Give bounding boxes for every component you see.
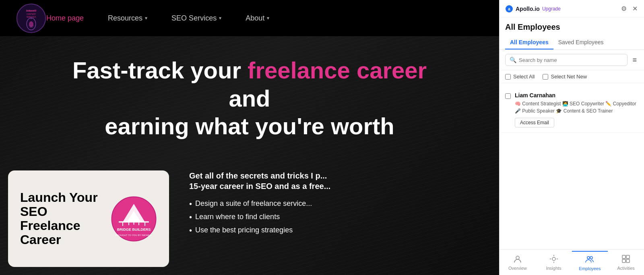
about-arrow-icon: ▾ bbox=[267, 15, 269, 21]
activities-icon bbox=[621, 254, 630, 265]
launch-card-text: Launch Your SEO Freelance Career bbox=[20, 191, 111, 247]
nav-resources[interactable]: Resources ▾ bbox=[108, 14, 147, 23]
svg-point-23 bbox=[552, 257, 555, 261]
nav-home[interactable]: Home page bbox=[46, 14, 84, 23]
svg-point-28 bbox=[587, 257, 590, 259]
svg-point-29 bbox=[590, 257, 592, 259]
hero-subtitle: Get all of the secrets and tricks I p...… bbox=[189, 170, 487, 191]
settings-button[interactable]: ⚙ bbox=[620, 4, 627, 13]
apollo-header-icons: ⚙ ✕ bbox=[620, 4, 638, 13]
employee-checkbox[interactable] bbox=[505, 93, 511, 99]
apollo-panel-header: a Apollo.io Upgrade ⚙ ✕ bbox=[500, 0, 644, 18]
svg-rect-32 bbox=[622, 259, 625, 263]
apollo-logo-icon: a bbox=[505, 5, 513, 13]
inkwell-logo: inkwell CONTENT SERVICES bbox=[16, 3, 46, 33]
filter-lines-icon: ≡ bbox=[632, 56, 637, 64]
website-background: inkwell CONTENT SERVICES Home page Resou… bbox=[0, 0, 499, 275]
employee-roles: 🧠 Content Strategist 🧑‍💻 SEO Copywriter … bbox=[515, 100, 638, 115]
close-button[interactable]: ✕ bbox=[632, 4, 638, 13]
svg-point-22 bbox=[516, 256, 519, 259]
hero-section: Fast-track your freelance career and ear… bbox=[0, 36, 499, 275]
svg-text:BROUGHT TO YOU BY INKWELL: BROUGHT TO YOU BY INKWELL bbox=[116, 234, 153, 236]
svg-rect-31 bbox=[626, 255, 630, 259]
nav-activities[interactable]: Activities bbox=[608, 251, 644, 274]
apollo-logo-text: Apollo.io bbox=[516, 6, 540, 12]
nav-links: Home page Resources ▾ SEO Services ▾ Abo… bbox=[46, 14, 269, 23]
apollo-panel-title: All Employees bbox=[505, 23, 638, 32]
employee-actions: Access Email bbox=[515, 118, 638, 127]
select-row: Select All Select Net New bbox=[500, 70, 644, 83]
insights-icon bbox=[549, 254, 558, 265]
search-icon: 🔍 bbox=[510, 57, 516, 63]
select-net-new-checkbox[interactable] bbox=[543, 74, 548, 80]
svg-text:a: a bbox=[508, 7, 510, 11]
employee-info: Liam Carnahan 🧠 Content Strategist 🧑‍💻 S… bbox=[515, 92, 638, 127]
employees-label: Employees bbox=[579, 266, 601, 271]
svg-point-6 bbox=[29, 21, 33, 27]
employee-list: Liam Carnahan 🧠 Content Strategist 🧑‍💻 S… bbox=[500, 83, 644, 249]
select-all-label[interactable]: Select All bbox=[505, 74, 535, 80]
svg-text:BRIDGE BUILDERS: BRIDGE BUILDERS bbox=[117, 228, 151, 232]
insights-label: Insights bbox=[546, 266, 561, 271]
hero-title: Fast-track your freelance career and ear… bbox=[68, 56, 431, 140]
resources-arrow-icon: ▾ bbox=[145, 15, 147, 21]
apollo-bottom-nav: Overview Insights bbox=[500, 249, 644, 275]
filter-button[interactable]: ≡ bbox=[631, 54, 638, 66]
select-net-new-label[interactable]: Select Net New bbox=[543, 74, 587, 80]
bullet-item: Use the best pricing strategies bbox=[189, 226, 487, 235]
tab-saved-employees[interactable]: Saved Employees bbox=[553, 36, 609, 49]
nav-overview[interactable]: Overview bbox=[500, 251, 536, 274]
apollo-tabs: All Employees Saved Employees bbox=[500, 36, 644, 50]
nav-seo-services[interactable]: SEO Services ▾ bbox=[171, 14, 221, 23]
apollo-panel: a Apollo.io Upgrade ⚙ ✕ All Employees Al… bbox=[499, 0, 644, 275]
svg-rect-30 bbox=[622, 255, 625, 259]
nav-about[interactable]: About ▾ bbox=[246, 14, 269, 23]
hero-title-container: Fast-track your freelance career and ear… bbox=[0, 56, 499, 140]
bullet-item: Design a suite of freelance service... bbox=[189, 199, 487, 209]
hero-bullets: Get all of the secrets and tricks I p...… bbox=[177, 162, 499, 275]
overview-icon bbox=[513, 254, 522, 265]
tab-all-employees[interactable]: All Employees bbox=[505, 36, 553, 49]
seo-arrow-icon: ▾ bbox=[219, 15, 221, 21]
bullet-item: Learn where to find clients bbox=[189, 213, 487, 222]
website-nav: inkwell CONTENT SERVICES Home page Resou… bbox=[0, 0, 499, 36]
employee-name: Liam Carnahan bbox=[515, 92, 638, 99]
search-input[interactable] bbox=[519, 57, 623, 63]
launch-card: Launch Your SEO Freelance Career bbox=[8, 170, 169, 267]
employee-item: Liam Carnahan 🧠 Content Strategist 🧑‍💻 S… bbox=[500, 87, 644, 133]
nav-employees[interactable]: Employees bbox=[572, 251, 608, 274]
access-email-button[interactable]: Access Email bbox=[515, 118, 554, 127]
employees-icon bbox=[585, 255, 594, 265]
apollo-upgrade-link[interactable]: Upgrade bbox=[542, 6, 561, 12]
nav-insights[interactable]: Insights bbox=[536, 251, 572, 274]
apollo-search-box: 🔍 bbox=[505, 54, 627, 66]
svg-text:inkwell: inkwell bbox=[26, 8, 36, 12]
activities-label: Activities bbox=[617, 266, 634, 271]
apollo-title-area: All Employees bbox=[500, 18, 644, 36]
bullet-list: Design a suite of freelance service... L… bbox=[189, 199, 487, 235]
hero-bottom: Launch Your SEO Freelance Career bbox=[0, 162, 499, 275]
overview-label: Overview bbox=[508, 266, 527, 271]
apollo-search-area: 🔍 ≡ bbox=[500, 50, 644, 70]
svg-rect-33 bbox=[626, 259, 630, 263]
apollo-brand: a Apollo.io Upgrade bbox=[505, 5, 561, 13]
select-all-checkbox[interactable] bbox=[505, 74, 511, 80]
bridge-builders-badge: BRIDGE BUILDERS BROUGHT TO YOU BY INKWEL… bbox=[111, 196, 157, 242]
svg-text:CONTENT: CONTENT bbox=[27, 13, 36, 15]
